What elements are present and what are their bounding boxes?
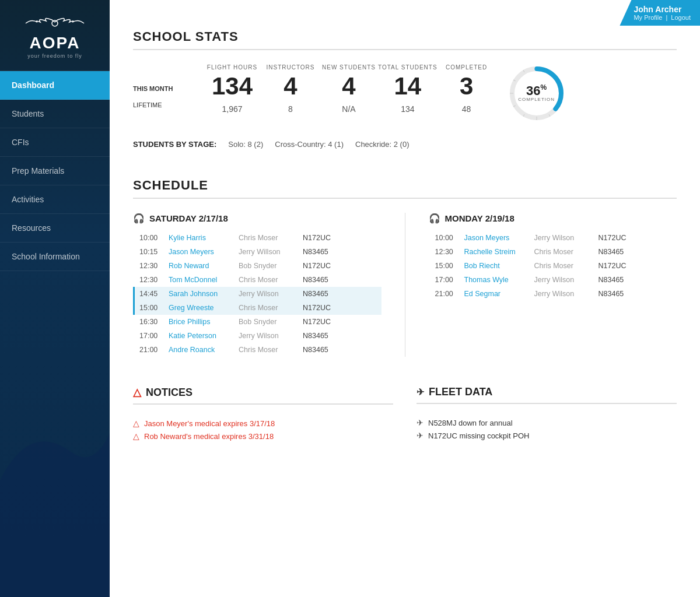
- schedule-instructor[interactable]: Bob Snyder: [239, 318, 303, 326]
- schedule-plane: N172UC: [303, 318, 331, 326]
- schedule-student[interactable]: Thomas Wyle: [464, 276, 534, 284]
- schedule-student[interactable]: Brice Phillips: [169, 318, 239, 326]
- schedule-instructor[interactable]: Chris Moser: [534, 262, 598, 270]
- stage-item-1: Cross-Country: 4 (1): [275, 140, 344, 149]
- schedule-instructor[interactable]: Chris Moser: [239, 234, 303, 242]
- schedule-student[interactable]: Jason Meyers: [464, 234, 534, 242]
- schedule-plane: N83465: [303, 290, 328, 298]
- sidebar-item-resources[interactable]: Resources: [0, 214, 110, 243]
- schedule-student[interactable]: Jason Meyers: [169, 248, 239, 256]
- sidebar-item-cfis[interactable]: CFIs: [0, 128, 110, 157]
- stat-header: NEW STUDENTS: [320, 64, 378, 71]
- sidebar-item-prep-materials[interactable]: Prep Materials: [0, 157, 110, 185]
- schedule-instructor[interactable]: Jerry Wilson: [534, 290, 598, 298]
- schedule-instructor[interactable]: Jerry Wilson: [534, 276, 598, 284]
- svg-point-0: [52, 20, 58, 26]
- stat-header: COMPLETED: [438, 64, 496, 71]
- schedule-student[interactable]: Kylie Harris: [169, 234, 239, 242]
- schedule-student[interactable]: Andre Roanck: [169, 346, 239, 354]
- schedule-plane: N172UC: [303, 304, 331, 312]
- schedule-student[interactable]: Tom McDonnel: [169, 276, 239, 284]
- headset-icon: 🎧: [133, 213, 145, 224]
- schedule-row: 15:00 Greg Wreeste Chris Moser N172UC: [133, 301, 382, 315]
- sidebar-item-students[interactable]: Students: [0, 100, 110, 128]
- schedule-plane: N83465: [303, 248, 328, 256]
- plane-fleet-icon: ✈: [416, 387, 424, 398]
- schedule-time: 10:15: [139, 248, 169, 256]
- nav-menu: DashboardStudentsCFIsPrep MaterialsActiv…: [0, 71, 110, 271]
- logout-link[interactable]: Logout: [671, 14, 691, 21]
- schedule-row: 17:00 Thomas Wyle Jerry Wilson N83465: [429, 273, 677, 287]
- fleet-text: N172UC missing cockpit POH: [428, 431, 529, 440]
- notices-list: △ Jason Meyer's medical expires 3/17/18△…: [133, 419, 393, 441]
- students-by-stage: STUDENTS BY STAGE: Solo: 8 (2)Cross-Coun…: [133, 134, 677, 154]
- stat-columns: FLIGHT HOURS 134 1,967 INSTRUCTORS 4 8 N…: [203, 64, 496, 114]
- stat-this-month: 3: [438, 74, 496, 99]
- schedule-section: SCHEDULE 🎧 SATURDAY 2/17/18 10:00 Kylie …: [133, 178, 677, 357]
- main-content: John Archer My Profile | Logout SCHOOL S…: [110, 0, 700, 597]
- schedule-plane: N172UC: [303, 234, 331, 242]
- schedule-row: 21:00 Ed Segmar Jerry Wilson N83465: [429, 287, 677, 301]
- fleet-item-0: ✈ N528MJ down for annual: [416, 418, 677, 427]
- school-stats-title: SCHOOL STATS: [133, 29, 677, 44]
- sidebar: AOPA your freedom to fly DashboardStuden…: [0, 0, 110, 597]
- schedule-instructor[interactable]: Chris Moser: [534, 248, 598, 256]
- top-header: John Archer My Profile | Logout: [620, 0, 700, 26]
- fleet-divider: [416, 403, 677, 404]
- schedule-instructor[interactable]: Chris Moser: [239, 346, 303, 354]
- schedule-instructor[interactable]: Jerry Wilson: [239, 290, 303, 298]
- fleet-list: ✈ N528MJ down for annual✈ N172UC missing…: [416, 418, 677, 440]
- schedule-student[interactable]: Ed Segmar: [464, 290, 534, 298]
- schedule-student[interactable]: Sarah Johnson: [169, 290, 239, 298]
- schedule-row: 10:00 Jason Meyers Jerry Wilson N172UC: [429, 231, 677, 245]
- schedule-row: 15:00 Bob Riecht Chris Moser N172UC: [429, 259, 677, 273]
- stat-col-instructors: INSTRUCTORS 4 8: [261, 64, 320, 114]
- notice-text: Rob Neward's medical expires 3/31/18: [144, 432, 274, 441]
- stat-this-month: 4: [320, 74, 378, 99]
- schedule-row: 16:30 Brice Phillips Bob Snyder N172UC: [133, 315, 382, 329]
- schedule-student[interactable]: Rachelle Streim: [464, 248, 534, 256]
- schedule-student[interactable]: Rob Neward: [169, 262, 239, 270]
- schedule-row: 21:00 Andre Roanck Chris Moser N83465: [133, 343, 382, 357]
- schedule-instructor[interactable]: Jerry Willson: [239, 248, 303, 256]
- schedule-plane: N172UC: [598, 262, 626, 270]
- schedule-student[interactable]: Bob Riecht: [464, 262, 534, 270]
- schedule-student[interactable]: Greg Wreeste: [169, 304, 239, 312]
- schedule-row: 17:00 Katie Peterson Jerry Wilson N83465: [133, 329, 382, 343]
- day-header-1: 🎧 MONDAY 2/19/18: [429, 213, 677, 224]
- schedule-instructor[interactable]: Bob Snyder: [239, 262, 303, 270]
- schedule-time: 12:30: [139, 262, 169, 270]
- stat-lifetime: 8: [261, 104, 320, 114]
- fleet-text: N528MJ down for annual: [428, 419, 513, 427]
- schedule-row: 10:00 Kylie Harris Chris Moser N172UC: [133, 231, 382, 245]
- stat-col-total-students: TOTAL STUDENTS 14 134: [378, 64, 438, 114]
- schedule-plane: N83465: [598, 248, 624, 256]
- plane-icon: ✈: [416, 431, 424, 440]
- stat-col-new-students: NEW STUDENTS 4 N/A: [320, 64, 378, 114]
- schedule-instructor[interactable]: Chris Moser: [239, 304, 303, 312]
- stat-this-month: 134: [203, 74, 261, 99]
- sidebar-item-school-information[interactable]: School Information: [0, 243, 110, 271]
- schedule-divider: [133, 198, 677, 199]
- schedule-time: 16:30: [139, 318, 169, 326]
- schedule-time: 15:00: [435, 262, 464, 270]
- stat-header: INSTRUCTORS: [261, 64, 320, 71]
- notices-title: △ NOTICES: [133, 386, 393, 399]
- schedule-time: 10:00: [139, 234, 169, 242]
- schedule-time: 21:00: [435, 290, 464, 298]
- fleet-section: ✈ FLEET DATA ✈ N528MJ down for annual✈ N…: [416, 386, 677, 444]
- schedule-student[interactable]: Katie Peterson: [169, 332, 239, 340]
- my-profile-link[interactable]: My Profile: [634, 14, 662, 21]
- schedule-row: 12:30 Rob Neward Bob Snyder N172UC: [133, 259, 382, 273]
- notice-item-1: △ Rob Neward's medical expires 3/31/18: [133, 431, 393, 441]
- stage-items: Solo: 8 (2)Cross-Country: 4 (1)Checkride…: [228, 140, 409, 149]
- schedule-time: 12:30: [435, 248, 464, 256]
- schedule-instructor[interactable]: Jerry Wilson: [534, 234, 598, 242]
- stat-this-month: 4: [261, 74, 320, 99]
- sidebar-item-activities[interactable]: Activities: [0, 185, 110, 214]
- schedule-instructor[interactable]: Chris Moser: [239, 276, 303, 284]
- schedule-instructor[interactable]: Jerry Wilson: [239, 332, 303, 340]
- sidebar-item-dashboard[interactable]: Dashboard: [0, 71, 110, 100]
- schedule-title: SCHEDULE: [133, 178, 677, 193]
- schedule-row: 10:15 Jason Meyers Jerry Willson N83465: [133, 245, 382, 259]
